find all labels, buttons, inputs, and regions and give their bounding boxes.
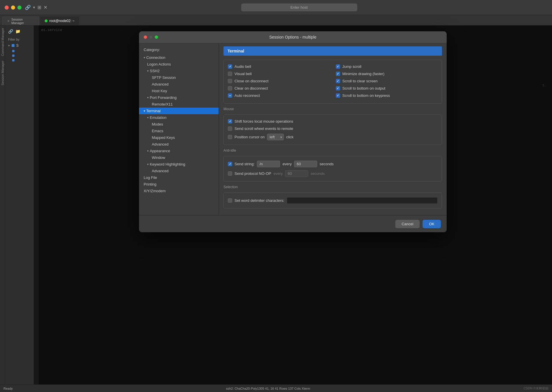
cat-printing-label: Printing xyxy=(144,182,156,186)
cat-advanced-keyword[interactable]: Advanced xyxy=(139,168,219,174)
label-click: click xyxy=(286,135,293,139)
position-cursor-select[interactable]: left right xyxy=(267,134,284,140)
close-button[interactable] xyxy=(5,6,9,10)
address-bar[interactable]: Enter host xyxy=(241,3,357,11)
window-icon[interactable]: ⊞ xyxy=(37,5,41,10)
session-item-sub1[interactable] xyxy=(6,49,37,53)
dialog-body: Category: ▾ Connection Logon Actions ▾ S… xyxy=(139,43,447,215)
cat-sftp[interactable]: SFTP Session xyxy=(139,74,219,81)
tab-close-btn[interactable]: ✕ xyxy=(7,19,10,23)
dialog-minimize-btn[interactable] xyxy=(149,35,153,39)
cat-emacs[interactable]: Emacs xyxy=(139,128,219,134)
session-item-sub2[interactable] xyxy=(6,53,37,58)
send-string-value-input[interactable] xyxy=(257,161,280,167)
cb-send-string[interactable] xyxy=(228,162,232,166)
cat-mapped-keys[interactable]: Mapped Keys xyxy=(139,134,219,141)
option-jump-scroll: Jump scroll xyxy=(336,63,438,70)
cb-send-noop[interactable] xyxy=(228,171,232,176)
sidebar-label-command-manager[interactable]: Command Manager xyxy=(0,26,5,58)
status-ready: Ready xyxy=(3,387,13,390)
cb-jump-scroll[interactable] xyxy=(336,64,340,69)
cat-mapped-keys-label: Mapped Keys xyxy=(152,135,175,140)
cat-modes[interactable]: Modes xyxy=(139,121,219,128)
send-string-interval-input[interactable] xyxy=(294,161,317,167)
cancel-button[interactable]: Cancel xyxy=(395,220,420,228)
label-visual-bell: Visual bell xyxy=(234,72,252,76)
cb-word-delimiter[interactable] xyxy=(228,198,232,203)
cat-remote-x11[interactable]: Remote/X11 xyxy=(139,101,219,108)
cb-minimize-drawing[interactable] xyxy=(336,72,340,76)
option-scroll-output: Scroll to bottom on output xyxy=(336,85,438,92)
word-delimiter-input[interactable] xyxy=(287,197,438,204)
session-sub-dot xyxy=(12,50,15,52)
cat-host-key[interactable]: Host Key xyxy=(139,88,219,94)
link-icon[interactable]: 🔗 xyxy=(25,5,31,10)
cat-emacs-label: Emacs xyxy=(152,129,163,133)
cb-close-disconnect[interactable] xyxy=(228,79,232,83)
tab-session-manager[interactable]: ✕ Session Manager xyxy=(2,17,39,25)
selection-group: Set word delimiter characters: xyxy=(223,193,442,208)
session-item-sub3[interactable] xyxy=(6,58,37,63)
cat-advanced-ssh[interactable]: Advanced xyxy=(139,81,219,88)
cat-keyword-highlighting[interactable]: ▾ Keyword Highlighting xyxy=(139,161,219,168)
cat-log-file-label: Log File xyxy=(144,175,157,180)
cb-auto-reconnect[interactable] xyxy=(228,93,232,98)
cat-printing[interactable]: Printing xyxy=(139,181,219,188)
dialog-overlay: Session Options - multiple Category: ▾ C… xyxy=(34,26,552,392)
category-tree: ▾ Connection Logon Actions ▾ SSH2 SFTP S… xyxy=(139,54,219,194)
cb-clear-disconnect[interactable] xyxy=(228,86,232,90)
cat-modes-label: Modes xyxy=(152,122,163,126)
sidebar-label-session-manager[interactable]: Session Manager xyxy=(0,58,5,88)
option-position-cursor: Position cursor on left right click xyxy=(228,132,438,142)
cat-connection[interactable]: ▾ Connection xyxy=(139,54,219,61)
chevron-down-icon[interactable]: ▾ xyxy=(33,5,35,10)
cb-scroll-keypress[interactable] xyxy=(336,93,340,98)
cat-logon-actions[interactable]: Logon Actions xyxy=(139,61,219,68)
cat-log-file[interactable]: Log File xyxy=(139,174,219,181)
noop-interval-input[interactable] xyxy=(285,170,308,177)
label-close-disconnect: Close on disconnect xyxy=(234,79,268,83)
chevron-appearance: ▾ xyxy=(147,149,149,153)
cb-scroll-clear[interactable] xyxy=(336,79,340,83)
cb-visual-bell[interactable] xyxy=(228,72,232,76)
cat-window-label: Window xyxy=(152,155,165,160)
address-bar-container: Enter host xyxy=(51,3,547,11)
tab-active-label: root@node02: ~ xyxy=(49,19,75,23)
cat-host-key-label: Host Key xyxy=(152,89,167,93)
label-send-noop: Send protocol NO-OP xyxy=(234,171,271,176)
dialog-maximize-btn[interactable] xyxy=(155,35,158,39)
maximize-button[interactable] xyxy=(17,6,21,10)
link-small-icon[interactable]: 🔗 xyxy=(8,29,13,34)
cb-scroll-output[interactable] xyxy=(336,86,340,90)
close-icon[interactable]: ✕ xyxy=(44,5,47,10)
label-auto-reconnect: Auto reconnect xyxy=(234,93,260,98)
cb-audio-bell[interactable] xyxy=(228,64,232,69)
cat-xyz-modem[interactable]: X/Y/Zmodem xyxy=(139,188,219,194)
cat-window[interactable]: Window xyxy=(139,154,219,161)
options-col-right: Jump scroll Minimize drawing (faster) Sc… xyxy=(336,63,438,99)
cb-position-cursor[interactable] xyxy=(228,135,232,139)
cat-ssh2[interactable]: ▾ SSH2 xyxy=(139,68,219,74)
cat-advanced-emulation[interactable]: Advanced xyxy=(139,141,219,148)
cat-sftp-label: SFTP Session xyxy=(152,75,176,80)
cat-appearance[interactable]: ▾ Appearance xyxy=(139,148,219,154)
cat-terminal[interactable]: ▾ Terminal xyxy=(139,108,219,114)
cb-send-scroll-wheel[interactable] xyxy=(228,126,232,131)
option-scroll-keypress: Scroll to bottom on keypress xyxy=(336,92,438,99)
cat-emulation[interactable]: ▾ Emulation xyxy=(139,114,219,121)
tab-root-node02[interactable]: root@node02: ~ xyxy=(40,17,79,25)
dialog-footer: Cancel OK xyxy=(139,215,447,232)
session-label: S xyxy=(16,43,19,48)
session-options-dialog: Session Options - multiple Category: ▾ C… xyxy=(139,31,447,232)
every-label: every xyxy=(282,162,292,166)
ok-button[interactable]: OK xyxy=(423,220,441,228)
dialog-close-btn[interactable] xyxy=(144,35,147,39)
minimize-button[interactable] xyxy=(11,6,15,10)
word-delimiter-row: Set word delimiter characters: xyxy=(228,196,438,205)
cb-shift-local-mouse[interactable] xyxy=(228,119,232,124)
session-item-s[interactable]: ▾ S xyxy=(6,42,37,49)
cat-port-forwarding[interactable]: ▾ Port Forwarding xyxy=(139,94,219,101)
folder-icon[interactable]: 📁 xyxy=(15,29,20,34)
terminal-options-group: Audio bell Visual bell Close on disconne… xyxy=(223,60,442,104)
cat-advanced-emulation-label: Advanced xyxy=(152,142,169,146)
